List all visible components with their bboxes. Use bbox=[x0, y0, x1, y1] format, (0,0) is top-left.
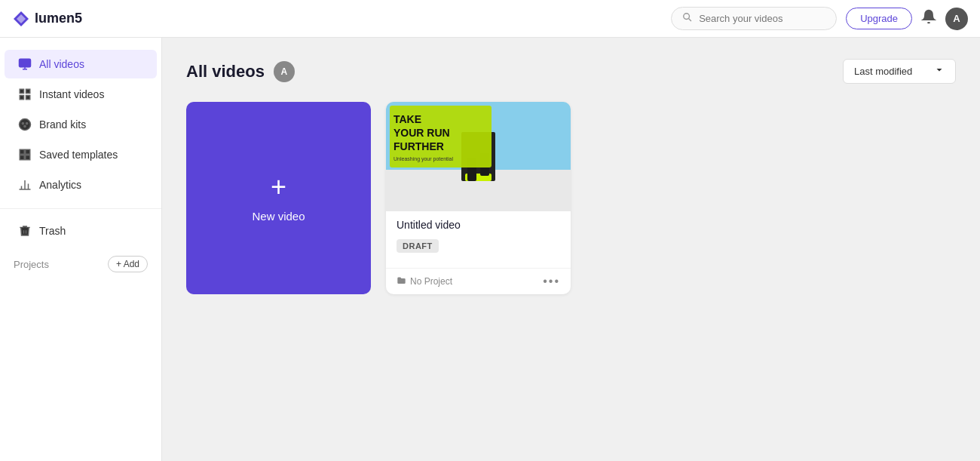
sidebar-item-label: Trash bbox=[39, 225, 66, 237]
no-project: No Project bbox=[397, 275, 452, 287]
video-title: Untitled video bbox=[397, 219, 560, 231]
video-icon bbox=[18, 57, 32, 71]
add-project-button[interactable]: + Add bbox=[108, 256, 148, 272]
main-content: All videos A Last modified + New video bbox=[162, 38, 980, 461]
svg-point-2 bbox=[684, 14, 690, 20]
header-right: Upgrade A bbox=[671, 7, 968, 30]
svg-rect-8 bbox=[20, 96, 23, 100]
svg-rect-16 bbox=[20, 155, 24, 160]
logo-text: lumen5 bbox=[35, 11, 82, 26]
page-title: All videos bbox=[186, 62, 265, 81]
svg-text:FURTHER: FURTHER bbox=[394, 140, 444, 152]
sidebar-item-label: Analytics bbox=[39, 179, 81, 191]
thumbnail-image: TAKE YOUR RUN FURTHER Unleashing your po… bbox=[386, 102, 571, 211]
new-video-label: New video bbox=[252, 210, 305, 223]
project-label: No Project bbox=[410, 276, 452, 287]
svg-rect-7 bbox=[26, 89, 30, 93]
new-video-card[interactable]: + New video bbox=[186, 102, 371, 294]
svg-text:Unleashing your potential: Unleashing your potential bbox=[394, 156, 453, 162]
svg-point-12 bbox=[26, 122, 28, 124]
templates-icon bbox=[18, 148, 32, 161]
sidebar-item-analytics[interactable]: Analytics bbox=[5, 171, 157, 199]
svg-rect-4 bbox=[20, 59, 31, 67]
sidebar-item-label: Brand kits bbox=[39, 118, 86, 131]
svg-point-10 bbox=[20, 119, 31, 131]
layout: All videos Instant videos Brand kits Sav… bbox=[0, 38, 980, 461]
plus-icon: + bbox=[271, 174, 286, 201]
sidebar-item-brand-kits[interactable]: Brand kits bbox=[5, 110, 157, 139]
projects-label: Projects bbox=[14, 259, 49, 270]
svg-rect-9 bbox=[26, 96, 30, 100]
logo-icon bbox=[12, 10, 30, 28]
svg-rect-15 bbox=[26, 149, 30, 154]
search-input[interactable] bbox=[699, 13, 825, 24]
search-icon bbox=[682, 12, 693, 25]
sort-dropdown[interactable]: Last modified bbox=[843, 59, 956, 84]
more-options-button[interactable]: ••• bbox=[543, 275, 560, 288]
sidebar-divider bbox=[0, 208, 161, 209]
sidebar: All videos Instant videos Brand kits Sav… bbox=[0, 38, 162, 461]
draft-badge: DRAFT bbox=[397, 239, 439, 253]
sort-label: Last modified bbox=[854, 66, 912, 77]
title-group: All videos A bbox=[186, 61, 295, 82]
video-card[interactable]: TAKE YOUR RUN FURTHER Unleashing your po… bbox=[386, 102, 571, 294]
sidebar-item-all-videos[interactable]: All videos bbox=[5, 50, 157, 78]
sidebar-item-saved-templates[interactable]: Saved templates bbox=[5, 140, 157, 169]
sidebar-item-label: All videos bbox=[39, 58, 84, 70]
sidebar-item-label: Instant videos bbox=[39, 88, 104, 100]
sidebar-item-label: Saved templates bbox=[39, 149, 118, 161]
notification-icon[interactable] bbox=[921, 9, 936, 28]
upgrade-button[interactable]: Upgrade bbox=[846, 8, 912, 29]
palette-icon bbox=[18, 118, 32, 131]
video-grid: + New video bbox=[186, 102, 956, 294]
logo[interactable]: lumen5 bbox=[12, 10, 82, 28]
main-header: All videos A Last modified bbox=[186, 59, 956, 84]
svg-text:TAKE: TAKE bbox=[394, 113, 421, 125]
trash-icon bbox=[18, 224, 32, 238]
sidebar-item-instant-videos[interactable]: Instant videos bbox=[5, 80, 157, 109]
svg-rect-14 bbox=[20, 149, 24, 154]
svg-line-3 bbox=[689, 19, 691, 21]
video-footer: No Project ••• bbox=[386, 268, 571, 294]
svg-text:YOUR RUN: YOUR RUN bbox=[394, 127, 450, 139]
avatar[interactable]: A bbox=[945, 8, 968, 30]
svg-point-13 bbox=[24, 125, 26, 127]
analytics-icon bbox=[18, 178, 32, 192]
sidebar-item-trash[interactable]: Trash bbox=[5, 217, 157, 245]
app-header: lumen5 Upgrade A bbox=[0, 0, 980, 38]
search-bar[interactable] bbox=[671, 7, 837, 30]
chevron-down-icon bbox=[934, 65, 945, 78]
video-info: Untitled video DRAFT bbox=[386, 211, 571, 268]
video-thumbnail: TAKE YOUR RUN FURTHER Unleashing your po… bbox=[386, 102, 571, 211]
projects-section: Projects + Add bbox=[0, 250, 161, 278]
svg-point-11 bbox=[22, 122, 23, 124]
instant-icon bbox=[18, 88, 32, 101]
title-avatar: A bbox=[274, 61, 295, 82]
folder-icon bbox=[397, 275, 406, 287]
svg-rect-17 bbox=[26, 155, 30, 160]
svg-rect-6 bbox=[20, 89, 23, 93]
